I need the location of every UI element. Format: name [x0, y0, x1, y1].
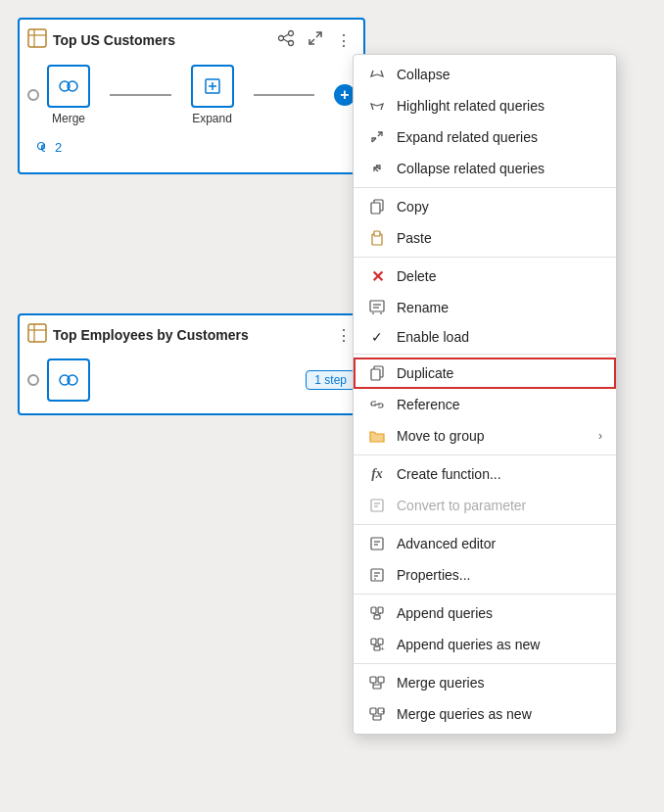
merge-queries-label: Merge queries: [397, 675, 602, 691]
submenu-arrow: ›: [598, 429, 602, 443]
context-menu: Collapse Highlight related queries: [353, 54, 617, 735]
collapse-label: Collapse: [397, 67, 602, 82]
card-title-2: Top Employees by Customers: [53, 327, 326, 343]
highlight-related-label: Highlight related queries: [397, 98, 602, 114]
merge-queries-new-icon: +: [367, 704, 387, 724]
menu-item-paste[interactable]: Paste: [354, 222, 616, 254]
svg-rect-44: [371, 569, 383, 581]
divider-3: [354, 354, 616, 355]
convert-icon: [367, 496, 387, 515]
divider-7: [354, 663, 616, 664]
menu-item-create-function[interactable]: fx Create function...: [354, 458, 616, 490]
canvas: Top US Customers: [0, 0, 664, 812]
left-connector-2: [27, 374, 39, 386]
expand-label: Expand: [192, 112, 232, 125]
divider-1: [354, 187, 616, 188]
append-queries-icon: [367, 603, 387, 623]
svg-rect-64: [370, 708, 376, 714]
link-count-value: 2: [55, 140, 62, 155]
card-title: Top US Customers: [53, 32, 267, 48]
network-icon-btn[interactable]: [273, 27, 299, 53]
delete-label: Delete: [397, 268, 602, 284]
svg-point-4: [289, 31, 294, 36]
card-body-2: 1 step: [47, 355, 356, 406]
svg-rect-49: [378, 607, 383, 613]
rename-label: Rename: [397, 300, 602, 315]
advanced-editor-label: Advanced editor: [397, 536, 602, 551]
svg-point-3: [279, 36, 284, 41]
paste-icon: [367, 228, 387, 248]
svg-rect-36: [371, 369, 380, 380]
expand-btn[interactable]: [303, 27, 328, 53]
svg-rect-29: [374, 231, 380, 236]
merge-queries-icon: [367, 673, 387, 693]
menu-item-move-to-group[interactable]: Move to group ›: [354, 420, 616, 452]
create-function-label: Create function...: [397, 466, 602, 482]
svg-rect-61: [373, 685, 381, 689]
reference-icon: [367, 395, 387, 414]
append-queries-new-icon: +: [367, 635, 387, 654]
menu-item-delete[interactable]: ✕ Delete: [354, 261, 616, 292]
expand-related-label: Expand related queries: [397, 129, 602, 145]
svg-rect-48: [371, 607, 376, 613]
expand-related-icon: [367, 127, 387, 147]
more-btn[interactable]: ⋮: [332, 29, 356, 52]
move-to-group-label: Move to group: [397, 428, 589, 444]
menu-item-properties[interactable]: Properties...: [354, 559, 616, 591]
connector-line-1: [110, 94, 171, 96]
append-queries-new-label: Append queries as new: [397, 637, 602, 652]
link-count: 2: [35, 139, 356, 155]
svg-point-5: [289, 41, 294, 46]
menu-item-advanced-editor[interactable]: Advanced editor: [354, 528, 616, 559]
collapse-related-label: Collapse related queries: [397, 161, 602, 176]
svg-rect-27: [371, 203, 380, 214]
menu-item-enable-load[interactable]: ✓ Enable load: [354, 323, 616, 351]
svg-rect-59: [370, 677, 376, 683]
expand-icon-box: [191, 65, 234, 108]
reference-label: Reference: [397, 397, 602, 412]
collapse-icon: [367, 65, 387, 84]
menu-item-append-queries[interactable]: Append queries: [354, 597, 616, 629]
divider-6: [354, 594, 616, 595]
menu-item-expand-related[interactable]: Expand related queries: [354, 121, 616, 153]
menu-item-merge-queries-new[interactable]: + Merge queries as new: [354, 698, 616, 730]
svg-rect-0: [28, 29, 46, 47]
table-icon-2: [27, 323, 47, 347]
divider-5: [354, 524, 616, 525]
query-card-top-employees: Top Employees by Customers ⋮ 1 step: [18, 313, 365, 415]
menu-item-reference[interactable]: Reference: [354, 389, 616, 420]
menu-item-collapse-related[interactable]: Collapse related queries: [354, 153, 616, 184]
svg-line-6: [283, 34, 288, 37]
menu-item-convert-to-param: Convert to parameter: [354, 490, 616, 521]
menu-item-append-queries-new[interactable]: + Append queries as new: [354, 629, 616, 660]
menu-item-merge-queries[interactable]: Merge queries: [354, 667, 616, 698]
connector-line-2: [254, 94, 315, 96]
table-icon: [27, 28, 47, 52]
merge-icon-box-2: [47, 358, 90, 402]
svg-line-7: [283, 39, 288, 42]
properties-icon: [367, 565, 387, 585]
menu-item-collapse[interactable]: Collapse: [354, 59, 616, 90]
delete-icon: ✕: [367, 266, 387, 286]
rename-icon: [367, 298, 387, 317]
svg-rect-66: [373, 716, 381, 720]
append-queries-label: Append queries: [397, 605, 602, 621]
left-connector: [27, 89, 39, 101]
svg-rect-30: [370, 301, 384, 311]
highlight-related-icon: [367, 96, 387, 116]
query-card-top-us-customers: Top US Customers: [18, 18, 365, 174]
svg-text:+: +: [381, 707, 385, 716]
svg-rect-53: [371, 639, 376, 645]
menu-item-duplicate[interactable]: Duplicate: [354, 358, 616, 389]
card-header: Top US Customers: [27, 27, 356, 53]
menu-item-highlight-related[interactable]: Highlight related queries: [354, 90, 616, 121]
function-icon: fx: [367, 464, 387, 484]
menu-item-rename[interactable]: Rename: [354, 292, 616, 323]
merge-label: Merge: [52, 112, 85, 125]
menu-item-copy[interactable]: Copy: [354, 191, 616, 222]
properties-label: Properties...: [397, 567, 602, 583]
collapse-related-icon: [367, 159, 387, 178]
divider-4: [354, 454, 616, 455]
svg-rect-17: [28, 324, 46, 342]
step-badge: 1 step: [306, 370, 356, 390]
